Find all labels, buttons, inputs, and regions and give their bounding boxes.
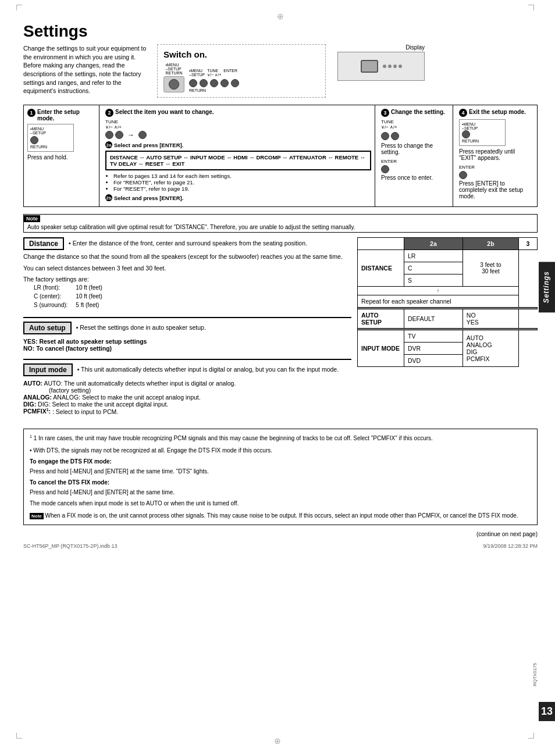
step1-title: Enter the setup mode. — [37, 109, 95, 122]
step4-box: 4 Exit the setup mode. •MENU–SETUP RETUR… — [456, 105, 537, 206]
input-pcmfix: PCMFIX1: : Select to input to PCM. — [23, 408, 351, 415]
fn-note-label: Note — [30, 513, 44, 519]
note-top-box: Note Auto speaker setup calibration will… — [23, 214, 538, 233]
input-tv: TV — [404, 330, 463, 343]
step4-desc2: Press [ENTER] to completely exit the set… — [459, 180, 533, 199]
step2-bullets: Refer to pages 13 and 14 for each item s… — [113, 173, 371, 192]
repeat-label: Repeat for each speaker channel — [358, 295, 519, 308]
auto-setup-tag: Auto setup — [23, 322, 72, 334]
distance-desc1: Change the distance so that the sound fr… — [23, 252, 351, 262]
input-dvd: DVD — [404, 355, 463, 367]
input-mode-bullet: • This unit automatically detects whethe… — [77, 366, 339, 373]
auto-default: DEFAULT — [404, 309, 463, 329]
settings-right-table: 2a 2b 3 DISTANCE LR 3 feet to30 feet C — [357, 237, 538, 422]
header-2a: 2a — [404, 238, 463, 250]
distance-bullet: • Enter the distance of the front, cente… — [69, 240, 307, 247]
step1-number: 1 — [27, 109, 35, 117]
step4-number: 4 — [459, 109, 467, 117]
factory-table: LR (front):10 ft (feet) C (center):10 ft… — [29, 283, 107, 310]
bullet-2: For "REMOTE", refer to page 21. — [113, 179, 371, 186]
input-dvr: DVR — [404, 343, 463, 355]
step3-desc1: Press to change the setting. — [381, 142, 449, 155]
factory-lr-label: LR (front): — [30, 284, 71, 291]
step2a-text: Select and press [ENTER]. — [114, 142, 183, 148]
engage-text: Press and hold [-MENU] and [ENTER] at th… — [30, 467, 531, 476]
auto-setup-no: NO: To cancel (factory setting) — [23, 345, 351, 352]
switch-on-box: Switch on. •MENU–SETUPRETURN •MENU–SETUP… — [157, 44, 326, 98]
input-dig: DIG: DIG: Select to make the unit accept… — [23, 401, 351, 408]
note-top-text: Auto speaker setup calibration will give… — [24, 222, 537, 232]
cancel-label: To cancel the DTS FIX mode: — [30, 478, 531, 487]
display-box — [337, 52, 425, 81]
display-label: Display — [405, 44, 425, 51]
auto-options: NOYES — [462, 309, 518, 329]
fn-note-text: When a FIX mode is on, the unit cannot p… — [45, 512, 518, 519]
fn1: 1 1 In rare cases, the unit may have tro… — [30, 434, 531, 443]
step2-box: 2 Select the item you want to change. TU… — [102, 105, 375, 206]
arrow-row: ↑ — [358, 287, 538, 295]
engage-label: To engage the DTS FIX mode: — [30, 457, 531, 466]
settings-left: Distance • Enter the distance of the fro… — [23, 237, 351, 422]
factory-c-label: C (center): — [30, 293, 71, 300]
input-mode-table-label: INPUT MODE — [358, 330, 404, 367]
input-options: AUTOANALOGDIGPCMFIX — [462, 330, 518, 367]
continue-text: (continue on next page) — [23, 531, 538, 537]
step4-desc1: Press repeatedly until "EXIT" appears. — [459, 148, 533, 161]
factory-s-label: S (surround): — [30, 301, 71, 309]
commands-box: DISTANCE ↔ AUTO SETUP ↔ INPUT MODE ↔ HDM… — [105, 151, 371, 170]
switch-on-label: Switch on. — [163, 49, 207, 59]
footer-right: 9/19/2008 12:28:32 PM — [483, 543, 538, 549]
distance-lr: LR — [404, 250, 463, 262]
factory-label: The factory settings are: — [23, 276, 351, 283]
step3-box: 3 Change the setting. TUNE∨/− ∧/+ Press … — [378, 105, 453, 206]
distance-desc2: You can select distances between 3 feet … — [23, 264, 351, 273]
input-analog: ANALOG: ANALOG: Select to make the unit … — [23, 394, 351, 401]
distance-block: Distance • Enter the distance of the fro… — [23, 237, 351, 310]
auto-setup-yes: YES: Reset all auto speaker setup settin… — [23, 338, 351, 345]
auto-setup-table-label: AUTO SETUP — [358, 309, 404, 329]
distance-row-lr: DISTANCE LR 3 feet to30 feet — [358, 250, 538, 262]
factory-c-value: 10 ft (feet) — [72, 293, 106, 300]
footer-left: SC-HT56P_MP (RQTX0175-2P).indb 13 — [23, 543, 117, 549]
right-table: 2a 2b 3 DISTANCE LR 3 feet to30 feet C — [357, 237, 538, 367]
step3-desc2: Press once to enter. — [381, 174, 449, 181]
step1-box: 1 Enter the setup mode. •MENU–SETUP RETU… — [24, 105, 99, 206]
input-auto: AUTO: AUTO: The unit automatically detec… — [23, 380, 351, 387]
steps-section: 1 Enter the setup mode. •MENU–SETUP RETU… — [23, 105, 538, 207]
step3-title: Change the setting. — [391, 109, 445, 115]
device-panel — [163, 76, 184, 92]
fn2: • With DTS, the signals may not be recog… — [30, 446, 531, 455]
input-tv-row: INPUT MODE TV AUTOANALOGDIGPCMFIX — [358, 330, 538, 343]
step2-number: 2 — [105, 109, 113, 117]
cancel-text: Press and hold [-MENU] and [ENTER] at th… — [30, 488, 531, 497]
auto-setup-row: AUTO SETUP DEFAULT NOYES — [358, 309, 538, 329]
distance-tag: Distance — [23, 237, 64, 250]
step3-number: 3 — [381, 109, 389, 117]
mode-text: The mode cancels when input mode is set … — [30, 499, 531, 508]
settings-tab: Settings — [539, 262, 555, 312]
distance-range: 3 feet to30 feet — [462, 250, 518, 287]
auto-setup-block: Auto setup • Reset the settings done in … — [23, 322, 351, 352]
header-2b: 2b — [462, 238, 518, 250]
step2-title: Select the item you want to change. — [115, 109, 214, 115]
header-3: 3 — [519, 238, 538, 250]
auto-setup-bullet: • Reset the settings done in auto speake… — [76, 324, 206, 331]
repeat-row: Repeat for each speaker channel — [358, 295, 538, 308]
bullet-1: Refer to pages 13 and 14 for each item s… — [113, 173, 371, 179]
page-footer: SC-HT56P_MP (RQTX0175-2P).indb 13 9/19/2… — [23, 543, 538, 549]
input-factory-note: (factory setting) — [49, 387, 351, 394]
bullet-3: For "RESET", refer to page 19. — [113, 186, 371, 192]
step1-desc: Press and hold. — [27, 154, 95, 161]
factory-s-value: 5 ft (feet) — [72, 301, 106, 309]
note-top-label: Note — [24, 215, 40, 222]
step4-title: Exit the setup mode. — [469, 109, 526, 115]
distance-s: S — [404, 274, 463, 287]
step2b-text: Select and press [ENTER]. — [114, 195, 183, 201]
page-title: Settings — [23, 22, 538, 41]
distance-c: C — [404, 262, 463, 274]
rqtx-code: RQTX0175 — [532, 663, 538, 686]
distance-table-label: DISTANCE — [358, 250, 404, 287]
input-mode-block: Input mode • This unit automatically det… — [23, 363, 351, 415]
footnote-box: 1 1 In rare cases, the unit may have tro… — [23, 429, 538, 525]
intro-description: Change the settings to suit your equipme… — [23, 44, 151, 98]
